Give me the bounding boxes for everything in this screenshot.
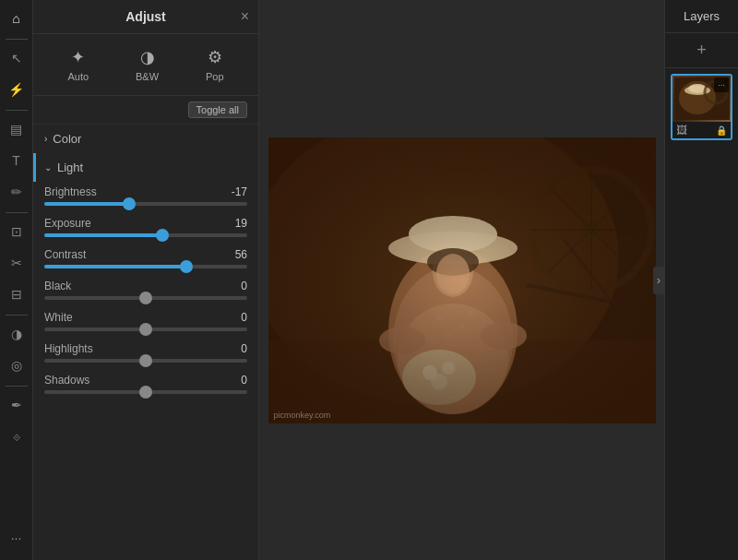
shadows-thumb[interactable] [139, 386, 152, 399]
photo-container: picmonkey.com [264, 82, 661, 479]
contrast-label-row: Contrast 56 [44, 248, 247, 261]
brightness-track[interactable] [44, 202, 247, 206]
highlights-label: Highlights [44, 342, 93, 355]
filter-buttons-row: ✦ Auto ◑ B&W ⚙ Pop [33, 34, 258, 96]
layer-photo-icon: 🖼 [676, 124, 687, 137]
scissors-icon[interactable]: ✂ [2, 248, 31, 278]
exposure-thumb[interactable] [156, 229, 169, 242]
brightness-label: Brightness [44, 185, 97, 198]
select-icon[interactable]: ↖ [2, 43, 31, 73]
pop-filter-icon: ⚙ [208, 47, 222, 67]
toggle-all-button[interactable]: Toggle all [188, 101, 247, 118]
crop-icon[interactable]: ⊡ [2, 217, 31, 246]
black-thumb[interactable] [139, 292, 152, 304]
text-icon[interactable]: T [2, 146, 31, 175]
contrast-slider-row: Contrast 56 [33, 244, 258, 276]
toolbar-separator-2 [6, 110, 28, 111]
layer-actions: ··· [714, 77, 729, 92]
light-section-header[interactable]: ⌄ Light [33, 153, 258, 182]
contrast-track[interactable] [44, 265, 247, 268]
exposure-track[interactable] [44, 233, 247, 237]
left-toolbar: ⌂ ↖ ⚡ ▤ T ✏ ⊡ ✂ ⊟ ◑ ◎ ✒ ⟐ ··· [0, 0, 33, 560]
pop-filter-button[interactable]: ⚙ Pop [198, 43, 232, 86]
toolbar-separator [6, 39, 28, 40]
exposure-fill [44, 233, 162, 237]
more-tools-icon[interactable]: ··· [2, 523, 31, 553]
contrast-fill [44, 265, 186, 268]
auto-filter-button[interactable]: ✦ Auto [60, 43, 96, 86]
wand-icon[interactable]: ⟐ [2, 422, 31, 451]
exposure-label: Exposure [44, 217, 91, 230]
brightness-thumb[interactable] [123, 197, 136, 210]
circle-half-icon[interactable]: ◑ [2, 319, 31, 349]
expand-panel-arrow[interactable]: › [653, 267, 664, 294]
brush-icon[interactable]: ✏ [2, 177, 31, 207]
highlights-slider-row: Highlights 0 [33, 339, 258, 370]
contrast-value: 56 [235, 248, 247, 261]
layers-panel-title: Layers [665, 0, 738, 33]
brightness-fill [44, 202, 129, 206]
shadows-track[interactable] [44, 390, 247, 394]
toggle-all-row: Toggle all [33, 96, 258, 125]
brightness-slider-row: Brightness -17 [33, 182, 258, 213]
photo-watermark: picmonkey.com [274, 411, 331, 420]
adjust-title: Adjust [125, 9, 166, 24]
layers-panel: Layers + ··· 🖼 🔒 [664, 0, 738, 560]
dial-icon[interactable]: ◎ [2, 351, 31, 380]
bw-filter-icon: ◑ [140, 47, 155, 67]
photo-scene: picmonkey.com [268, 137, 656, 423]
photo-svg [268, 137, 656, 423]
black-track[interactable] [44, 296, 247, 300]
highlights-value: 0 [241, 342, 247, 355]
add-layer-button[interactable]: + [665, 33, 738, 68]
toolbar-separator-4 [6, 315, 28, 316]
toolbar-separator-5 [6, 386, 28, 387]
contrast-thumb[interactable] [180, 260, 193, 273]
highlights-label-row: Highlights 0 [44, 342, 247, 355]
shadows-label-row: Shadows 0 [44, 374, 247, 387]
black-slider-row: Black 0 [33, 276, 258, 307]
auto-filter-label: Auto [67, 71, 89, 82]
lightning-icon[interactable]: ⚡ [2, 75, 31, 104]
adjust-header: Adjust × [33, 0, 258, 34]
svg-rect-30 [268, 137, 656, 423]
color-section-label: Color [53, 132, 81, 146]
main-canvas-area: picmonkey.com › [259, 0, 664, 560]
sections-container: › Color ⌄ Light Brightness -17 Exposure … [33, 125, 258, 560]
white-label: White [44, 311, 73, 324]
auto-filter-icon: ✦ [71, 47, 85, 67]
sliders-icon[interactable]: ⊟ [2, 280, 31, 309]
white-thumb[interactable] [139, 323, 152, 336]
home-icon[interactable]: ⌂ [2, 4, 31, 33]
highlights-thumb[interactable] [139, 354, 152, 367]
bw-filter-button[interactable]: ◑ B&W [128, 43, 166, 86]
layer-lock-icon: 🔒 [716, 125, 727, 136]
pen-icon[interactable]: ✒ [2, 390, 31, 420]
layer-item[interactable]: ··· 🖼 🔒 [671, 74, 732, 140]
pop-filter-label: Pop [206, 71, 224, 82]
adjust-panel: Adjust × ✦ Auto ◑ B&W ⚙ Pop Toggle all ›… [33, 0, 259, 560]
black-label: Black [44, 280, 71, 292]
white-value: 0 [241, 311, 247, 324]
close-button[interactable]: × [241, 8, 249, 25]
highlights-track[interactable] [44, 359, 247, 363]
color-chevron-icon: › [44, 134, 47, 144]
bw-filter-label: B&W [136, 71, 159, 82]
black-value: 0 [241, 280, 247, 292]
white-track[interactable] [44, 328, 247, 331]
light-section-label: Light [57, 161, 83, 174]
color-section-header[interactable]: › Color [33, 125, 258, 153]
exposure-label-row: Exposure 19 [44, 217, 247, 230]
shadows-label: Shadows [44, 374, 89, 387]
layer-bottom-bar: 🖼 🔒 [673, 122, 731, 138]
shadows-value: 0 [241, 374, 247, 387]
light-chevron-icon: ⌄ [44, 162, 52, 173]
brightness-label-row: Brightness -17 [44, 185, 247, 198]
brightness-value: -17 [232, 185, 247, 198]
layer-more-button[interactable]: ··· [714, 77, 729, 92]
toolbar-separator-3 [6, 212, 28, 213]
shadows-slider-row: Shadows 0 [33, 370, 258, 401]
contrast-label: Contrast [44, 248, 86, 261]
layers-icon[interactable]: ▤ [2, 114, 31, 144]
black-label-row: Black 0 [44, 280, 247, 292]
